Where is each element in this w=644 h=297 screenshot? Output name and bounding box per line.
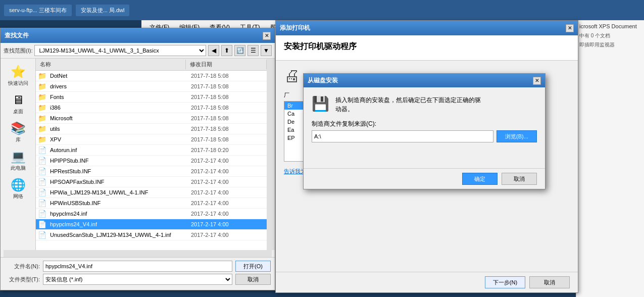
add-printer-close-btn[interactable]: ✕ [566, 24, 574, 32]
desktop-label: 桌面 [13, 108, 23, 115]
add-printer-title: 添加打印机 [280, 24, 310, 32]
quickaccess-label: 快速访问 [8, 80, 28, 87]
file-icon: 📄 [38, 199, 48, 207]
floppy-icon: 💾 [312, 95, 329, 112]
file-name: i386 [50, 105, 191, 111]
file-scrollbar[interactable] [267, 59, 275, 250]
add-printer-header-title: 安装打印机驱动程序 [284, 41, 570, 52]
toolbar-back-btn[interactable]: ◀ [208, 45, 219, 56]
computer-label: 此电脑 [11, 165, 26, 172]
toolbar-down-btn[interactable]: ▼ [261, 45, 272, 56]
printer-right-name: icrosoft XPS Document [579, 23, 641, 29]
ap-cancel-button[interactable]: 取消 [529, 276, 570, 288]
file-date: 2017-7-18 5:08 [191, 105, 267, 111]
cancel-button[interactable]: 取消 [235, 274, 271, 285]
fromdisk-dialog: 从磁盘安装 ✕ 💾 插入制造商的安装盘，然后确定已在下面选定正确的驱动器。 制造… [303, 73, 546, 189]
search-scope-select[interactable]: LJM129-M134_UWWL_4-1_UWWL_3_1_Basicx [34, 45, 206, 56]
sidebar-item-computer[interactable]: 💻 此电脑 [3, 147, 33, 174]
fd-ok-button[interactable]: 确定 [462, 173, 498, 185]
file-name: Autorun.inf [50, 147, 191, 153]
sidebar-item-desktop[interactable]: 🖥 桌面 [3, 91, 33, 117]
open-button[interactable]: 打开(O) [235, 261, 271, 272]
add-printer-header: 安装打印机驱动程序 [276, 35, 578, 61]
fd-cancel-button[interactable]: 取消 [502, 173, 537, 185]
file-date: 2017-2-17 4:00 [191, 189, 267, 195]
table-row[interactable]: 📄 HPSOAPFaxStub.INF 2017-2-17 4:00 [36, 177, 267, 187]
file-name: DotNet [50, 73, 191, 79]
toolbar-up-btn[interactable]: ⬆ [221, 45, 232, 56]
file-dialog-toolbar: 查找范围(I): LJM129-M134_UWWL_4-1_UWWL_3_1_B… [1, 43, 275, 59]
file-date: 2017-2-17 4:00 [191, 221, 267, 227]
file-list-header: 名称 修改日期 [36, 59, 267, 71]
filetype-select[interactable]: 安装信息 (*.inf) [43, 274, 232, 285]
table-row[interactable]: 📄 Autorun.inf 2017-7-18 0:20 [36, 145, 267, 156]
printer-right-note: 即插即用监视器 [579, 40, 641, 49]
file-icon: 📄 [38, 167, 48, 175]
fromdisk-instruction: 插入制造商的安装盘，然后确定已在下面选定正确的驱动器。 [335, 95, 481, 114]
file-icon: 📁 [38, 104, 48, 112]
computer-icon: 💻 [11, 150, 26, 164]
sidebar-item-library[interactable]: 📚 库 [3, 119, 33, 145]
col-header-name: 名称 [36, 60, 186, 69]
table-row[interactable]: 📁 Microsoft 2017-7-18 5:08 [36, 113, 267, 124]
fromdisk-body: 💾 插入制造商的安装盘，然后确定已在下面选定正确的驱动器。 制造商文件复制来源(… [304, 87, 545, 168]
fromdisk-close-btn[interactable]: ✕ [533, 77, 541, 85]
library-label: 库 [16, 136, 21, 143]
source-input[interactable] [312, 130, 493, 142]
source-label: 制造商文件复制来源(C): [312, 120, 537, 128]
toolbar-view-btn[interactable]: ☰ [247, 45, 259, 56]
printer-right-panel: icrosoft XPS Document 中有 0 个文档 即插即用监视器 [576, 20, 644, 297]
table-row[interactable]: 📁 DotNet 2017-7-18 5:08 [36, 71, 267, 81]
table-row[interactable]: 📄 HPRestStub.INF 2017-2-17 4:00 [36, 166, 267, 177]
add-printer-footer: 下一步(N) 取消 [276, 272, 578, 292]
fromdisk-footer: 确定 取消 [304, 168, 545, 189]
source-input-row: 浏览(B)... [312, 130, 537, 142]
file-icon: 📁 [38, 82, 48, 90]
file-date: 2017-2-17 4:00 [191, 179, 267, 185]
file-icon: 📁 [38, 125, 48, 133]
sidebar-item-quickaccess[interactable]: ⭐ 快速访问 [3, 63, 33, 89]
filename-label: 文件名(N): [5, 263, 40, 270]
file-date: 2017-7-18 5:08 [191, 94, 267, 100]
table-row[interactable]: 📁 i386 2017-7-18 5:08 [36, 103, 267, 113]
table-row[interactable]: 📄 HPWia_LJM129-M134_UWWL_4-1.INF 2017-2-… [36, 187, 267, 198]
filename-input[interactable] [43, 261, 232, 272]
table-row[interactable]: 📁 utils 2017-7-18 5:08 [36, 124, 267, 134]
table-row[interactable]: 📄 HPWinUSBStub.INF 2017-2-17 4:00 [36, 198, 267, 209]
table-row[interactable]: 📄 HPIPPStub.INF 2017-2-17 4:00 [36, 156, 267, 166]
browse-button[interactable]: 浏览(B)... [497, 130, 537, 142]
next-button[interactable]: 下一步(N) [485, 276, 525, 288]
table-row[interactable]: 📁 Fonts 2017-7-18 5:08 [36, 92, 267, 103]
file-dialog-close-btn[interactable]: ✕ [263, 32, 271, 40]
table-row[interactable]: 📁 drivers 2017-7-18 5:08 [36, 81, 267, 92]
col-header-date: 修改日期 [186, 60, 267, 69]
file-icon: 📄 [38, 210, 48, 218]
printer-icon: 🖨 [284, 67, 300, 85]
toolbar-refresh-btn[interactable]: 🔃 [234, 45, 245, 56]
file-date: 2017-7-18 5:08 [191, 83, 267, 89]
file-name: HPWia_LJM129-M134_UWWL_4-1.INF [50, 189, 191, 195]
file-date: 2017-7-18 5:08 [191, 73, 267, 79]
network-label: 网络 [13, 193, 23, 200]
table-row[interactable]: 📄 UnusedScanStub_LJM129-M134_UWWL_4-1.in… [36, 230, 267, 240]
search-scope-label: 查找范围(I): [4, 47, 32, 55]
file-icon: 📄 [38, 231, 48, 239]
file-name: drivers [50, 83, 191, 89]
file-date: 2017-7-18 5:08 [191, 115, 267, 121]
file-date: 2017-2-17 4:00 [191, 232, 267, 238]
file-date: 2017-7-18 0:20 [191, 147, 267, 153]
file-dialog: 查找文件 ✕ 查找范围(I): LJM129-M134_UWWL_4-1_UWW… [0, 28, 275, 290]
file-date: 2017-2-17 4:00 [191, 168, 267, 174]
taskbar-item-1[interactable]: serv-u-ftp... 三楼车间布 [4, 5, 72, 16]
taskbar-item-2[interactable]: 安装及使... 局.dwl [76, 5, 130, 16]
file-icon: 📄 [38, 146, 48, 154]
file-list-area: 名称 修改日期 📁 DotNet 2017-7-18 5:08 📁 driver… [36, 59, 267, 250]
table-row[interactable]: 📄 hpypclms24_V4.inf 2017-2-17 4:00 [36, 219, 267, 230]
file-list[interactable]: 📁 DotNet 2017-7-18 5:08 📁 drivers 2017-7… [36, 71, 267, 250]
sidebar-item-network[interactable]: 🌐 网络 [3, 176, 33, 202]
table-row[interactable]: 📁 XPV 2017-7-18 5:08 [36, 134, 267, 145]
fromdisk-title: 从磁盘安装 [308, 76, 338, 85]
desktop-icon: 🖥 [12, 93, 24, 107]
footer-scrollbar[interactable] [4, 250, 272, 257]
table-row[interactable]: 📄 hpypclms24.inf 2017-2-17 4:00 [36, 209, 267, 219]
